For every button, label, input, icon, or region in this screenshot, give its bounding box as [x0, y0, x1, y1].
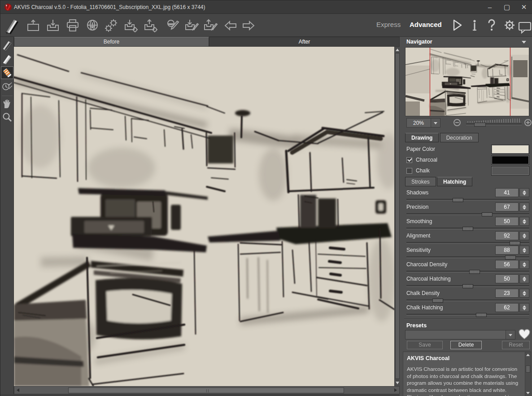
- slider-track[interactable]: [406, 228, 529, 229]
- charcoal-checkbox[interactable]: [406, 157, 412, 163]
- slider-value-input[interactable]: 88: [495, 246, 519, 255]
- close-button[interactable]: ✕: [515, 0, 532, 14]
- mode-express[interactable]: Express: [376, 21, 401, 28]
- scroll-left-arrow[interactable]: [17, 388, 19, 392]
- paper-color-swatch[interactable]: [491, 145, 529, 154]
- slider-spinner[interactable]: [519, 231, 529, 240]
- slider-track[interactable]: [406, 256, 529, 258]
- navigator-thumbnail[interactable]: [405, 47, 529, 116]
- slider-track[interactable]: [406, 314, 529, 316]
- print-icon[interactable]: [65, 18, 80, 33]
- zoom-slider-track[interactable]: [466, 123, 522, 125]
- horizontal-scroll-thumb[interactable]: [68, 387, 344, 393]
- vertical-scrollbar[interactable]: [394, 47, 400, 386]
- eraser-tool-icon[interactable]: [1, 67, 13, 79]
- slider-spinner[interactable]: [519, 303, 529, 312]
- help-icon[interactable]: [484, 18, 499, 33]
- save-image-icon[interactable]: [45, 18, 61, 33]
- scroll-up-arrow[interactable]: [396, 48, 399, 51]
- charcoal-tool-icon[interactable]: [1, 40, 13, 51]
- slider-handle[interactable]: [462, 284, 473, 288]
- zoom-select[interactable]: 20%: [406, 118, 440, 128]
- share-image-icon[interactable]: [166, 18, 181, 33]
- slider-spinner[interactable]: [519, 188, 529, 197]
- tab-decoration[interactable]: Decoration: [440, 133, 479, 142]
- zoom-out-button[interactable]: [454, 119, 461, 126]
- redo-icon[interactable]: [241, 18, 256, 33]
- horizontal-scrollbar[interactable]: [14, 386, 400, 394]
- tab-before[interactable]: Before: [14, 37, 209, 47]
- about-icon[interactable]: [467, 18, 482, 33]
- zoom-in-button[interactable]: [524, 119, 532, 126]
- preset-select[interactable]: [405, 330, 515, 339]
- slider-value-input[interactable]: 92: [495, 231, 519, 240]
- slider-spinner[interactable]: [519, 274, 529, 283]
- preferences-icon[interactable]: [502, 18, 517, 33]
- tab-after[interactable]: After: [209, 37, 400, 47]
- mode-advanced[interactable]: Advanced: [410, 21, 442, 28]
- info-scroll-thumb[interactable]: [526, 365, 530, 373]
- export-presets-icon[interactable]: [143, 18, 158, 33]
- slider-handle[interactable]: [453, 198, 463, 202]
- slider-track[interactable]: [406, 199, 529, 201]
- chalk-tool-icon[interactable]: [1, 53, 13, 65]
- feedback-icon[interactable]: [517, 19, 532, 35]
- slider-spinner[interactable]: [519, 217, 529, 226]
- maximize-button[interactable]: ▢: [498, 0, 515, 14]
- slider-handle[interactable]: [462, 227, 473, 231]
- hand-tool-icon[interactable]: [1, 98, 13, 110]
- minimize-button[interactable]: –: [481, 0, 498, 14]
- slider-handle[interactable]: [510, 241, 520, 245]
- slider-handle[interactable]: [482, 212, 493, 216]
- chalk-checkbox[interactable]: [406, 168, 412, 174]
- import-project-icon[interactable]: [184, 18, 200, 33]
- zoom-tool-icon[interactable]: [1, 111, 13, 123]
- tab-hatching[interactable]: Hatching: [437, 177, 472, 186]
- navigator-collapse-icon[interactable]: [522, 41, 526, 44]
- tab-drawing[interactable]: Drawing: [405, 133, 439, 142]
- quick-preview-icon[interactable]: [1, 80, 13, 92]
- slider-value-input[interactable]: 67: [495, 202, 519, 211]
- slider-track[interactable]: [406, 213, 529, 215]
- vertical-scroll-thumb[interactable]: [395, 53, 400, 379]
- image-canvas[interactable]: [14, 47, 394, 386]
- slider-track[interactable]: [406, 242, 529, 244]
- slider-spinner[interactable]: [519, 202, 529, 211]
- slider-value-input[interactable]: 23: [495, 289, 519, 298]
- charcoal-color-swatch[interactable]: [491, 155, 529, 165]
- slider-handle[interactable]: [469, 270, 480, 274]
- info-scroll-down-arrow[interactable]: [526, 392, 530, 394]
- favorite-heart-icon[interactable]: [518, 328, 531, 340]
- info-scroll-up-arrow[interactable]: [526, 354, 530, 356]
- slider-spinner[interactable]: [519, 260, 529, 269]
- slider-track[interactable]: [406, 285, 529, 287]
- zoom-dropdown-arrow[interactable]: [431, 119, 440, 127]
- info-scrollbar[interactable]: [525, 352, 531, 396]
- slider-value-input[interactable]: 56: [495, 260, 519, 269]
- slider-value-input[interactable]: 62: [495, 303, 519, 312]
- slider-value-input[interactable]: 50: [495, 217, 519, 226]
- slider-track[interactable]: [406, 299, 529, 301]
- undo-icon[interactable]: [223, 18, 238, 33]
- slider-value-input[interactable]: 41: [495, 188, 519, 197]
- chalk-color-swatch[interactable]: [491, 166, 529, 176]
- open-image-icon[interactable]: [26, 18, 41, 33]
- slider-handle[interactable]: [505, 255, 516, 260]
- slider-value-input[interactable]: 50: [495, 274, 519, 283]
- slider-handle[interactable]: [432, 299, 443, 303]
- import-from-web-icon[interactable]: [85, 18, 100, 33]
- preset-dropdown-arrow[interactable]: [506, 330, 515, 339]
- import-presets-icon[interactable]: [123, 18, 139, 33]
- run-icon[interactable]: [449, 18, 464, 33]
- slider-spinner[interactable]: [519, 246, 529, 255]
- zoom-slider-handle[interactable]: [474, 123, 486, 127]
- batch-processing-icon[interactable]: [104, 18, 119, 33]
- scroll-right-arrow[interactable]: [394, 388, 397, 392]
- slider-spinner[interactable]: [519, 289, 529, 298]
- reset-preset-button[interactable]: Reset: [502, 341, 530, 349]
- slider-track[interactable]: [406, 271, 529, 273]
- export-project-icon[interactable]: [203, 18, 218, 33]
- save-preset-button[interactable]: Save: [407, 341, 443, 349]
- delete-preset-button[interactable]: Delete: [450, 341, 482, 349]
- tab-strokes[interactable]: Strokes: [405, 177, 436, 186]
